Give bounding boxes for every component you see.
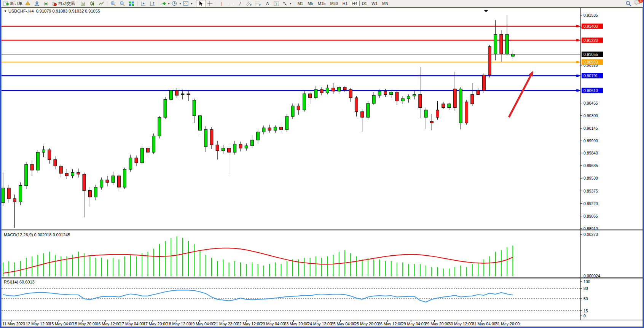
timeframe-button-m1[interactable]: M1: [295, 1, 306, 6]
autotrading-icon: [51, 1, 57, 6]
time-tick-label: 17 May 04:00: [120, 322, 144, 326]
timeframe-button-m30[interactable]: M30: [328, 1, 340, 6]
timeframe-button-d1[interactable]: D1: [360, 1, 369, 6]
vertical-line-tool-button[interactable]: |: [217, 0, 226, 7]
chart-shift-button[interactable]: [148, 0, 157, 7]
text-tool-button[interactable]: A: [263, 0, 272, 7]
chart-canvas[interactable]: 0.915350.913800.909200.904550.903000.901…: [2, 8, 643, 327]
toolbar-separator: [158, 1, 158, 6]
candle-body: [274, 127, 277, 131]
candle-body: [71, 173, 74, 176]
crosshair-tool-button[interactable]: [206, 0, 215, 7]
signals-button[interactable]: [41, 0, 51, 7]
horizontal-line-tool-button[interactable]: —: [226, 0, 236, 7]
zoom-in-button[interactable]: [108, 0, 118, 7]
toolbar-separator: [107, 1, 107, 6]
candle-body: [123, 169, 126, 187]
candle-body: [65, 174, 68, 176]
label-tool-button[interactable]: T: [272, 0, 281, 7]
line-handle[interactable]: [576, 75, 579, 77]
chevron-down-icon: ▼: [167, 2, 170, 5]
timeframe-button-m5[interactable]: M5: [305, 1, 316, 6]
candle-body: [401, 99, 404, 101]
candle-body: [204, 129, 207, 146]
timeframe-button-m15[interactable]: M15: [316, 1, 328, 6]
price-badge-label: 0.91228: [583, 38, 598, 43]
fibonacci-tool-button[interactable]: F: [254, 0, 263, 7]
candle-body: [448, 104, 451, 108]
bar-chart-button[interactable]: [78, 0, 88, 7]
scroll-end-marker[interactable]: [484, 10, 488, 12]
timeframe-button-h4[interactable]: H4: [350, 1, 359, 6]
chart-window: 0.915350.913800.909200.904550.903000.901…: [1, 8, 643, 327]
price-tick-label: 0.90145: [583, 126, 598, 131]
time-tick-label: 24 May 12:00: [308, 322, 332, 326]
new-order-button[interactable]: 新订单: [2, 0, 23, 7]
cursor-tool-button[interactable]: [196, 0, 206, 7]
text-icon: A: [266, 1, 269, 6]
styles-button[interactable]: [23, 0, 32, 7]
macd-axis-bottom-label: 0.000024: [583, 274, 600, 278]
toolbar-separator: [77, 1, 77, 6]
arrows-icon: [282, 1, 288, 6]
candle-body: [25, 164, 28, 186]
line-handle[interactable]: [576, 39, 579, 41]
timeframe-button-mn[interactable]: MN: [380, 1, 391, 6]
candle-body: [152, 136, 155, 152]
time-tick-label: 12 May 12:00: [26, 322, 50, 326]
timeframe-button-h1[interactable]: H1: [340, 1, 350, 6]
indicators-button[interactable]: ▼: [159, 0, 171, 7]
candle-body: [511, 54, 514, 56]
arrows-tool-button[interactable]: ▼: [281, 0, 293, 7]
channel-tool-button[interactable]: E: [245, 0, 254, 7]
line-handle[interactable]: [576, 25, 579, 27]
search-icon[interactable]: [626, 1, 631, 6]
toolbar-separator: [137, 1, 137, 6]
candle-body: [424, 110, 427, 117]
autotrading-button[interactable]: 自动交易: [51, 0, 76, 7]
notifications-button[interactable]: 1: [634, 0, 641, 7]
templates-button[interactable]: ▼: [182, 0, 194, 7]
timeframe-button-w1[interactable]: W1: [369, 1, 380, 6]
candle-body: [471, 94, 474, 104]
profile-button[interactable]: [32, 0, 41, 7]
auto-scroll-button[interactable]: [139, 0, 148, 7]
candle-body: [361, 111, 364, 117]
candle-body: [297, 106, 300, 110]
candle-body: [222, 148, 225, 150]
candle-body: [309, 94, 312, 98]
rsi-tick-label: 0: [583, 314, 586, 318]
candle-body: [181, 94, 184, 94]
indicators-icon: [160, 1, 166, 6]
signal-icon: [43, 1, 49, 6]
cursor-icon: [198, 1, 204, 6]
candle-body: [7, 188, 10, 199]
candle-body: [210, 129, 213, 145]
trendline-tool-button[interactable]: /: [236, 0, 245, 7]
tile-windows-button[interactable]: [127, 0, 136, 7]
periods-button[interactable]: ▼: [171, 0, 182, 7]
candle-body: [77, 173, 80, 174]
candlestick-chart-button[interactable]: [88, 0, 97, 7]
candle-body: [42, 150, 45, 152]
chevron-down-icon: ▼: [190, 2, 193, 5]
candle-body: [2, 188, 5, 202]
price-badge-label: 0.90610: [583, 88, 598, 93]
line-chart-button[interactable]: [97, 0, 106, 7]
time-tick-label: 29 May 04:00: [402, 322, 426, 326]
candle-body: [158, 117, 161, 136]
candle-body: [378, 91, 381, 96]
time-tick-label: 17 May 20:00: [143, 322, 167, 326]
line-handle[interactable]: [576, 61, 579, 63]
time-tick-label: 22 May 12:00: [237, 322, 261, 326]
annotation-arrow[interactable]: [509, 75, 531, 117]
candle-body: [453, 89, 456, 107]
candle-body: [372, 96, 375, 103]
line-handle[interactable]: [576, 89, 579, 92]
time-tick-label: 26 May 12:00: [378, 322, 402, 326]
price-badge-label: 0.91400: [583, 24, 598, 29]
zoom-out-button[interactable]: [118, 0, 127, 7]
candle-body: [413, 94, 416, 96]
candle-body: [355, 98, 358, 111]
timeframe-group: M1M5M15M30H1H4D1W1MN: [295, 1, 391, 6]
